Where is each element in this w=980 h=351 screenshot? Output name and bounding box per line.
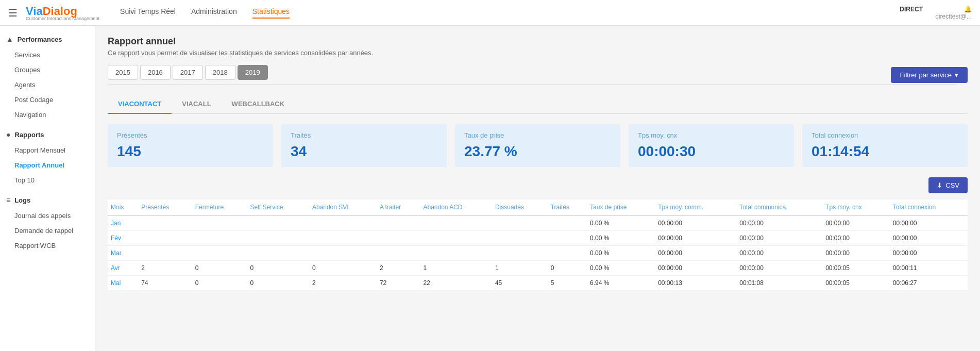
cell-month[interactable]: Avr: [108, 261, 138, 276]
service-tabs: VIACONTACT VIACALL WEBCALLBACK: [108, 95, 968, 114]
top-nav: ☰ ViaDialog Customer Interactions Manage…: [0, 0, 980, 26]
col-traites: Traités: [548, 199, 587, 215]
cell-selfservice: [247, 246, 309, 261]
cell-month[interactable]: Mai: [108, 276, 138, 291]
sidebar-item-journal[interactable]: Journal des appels: [0, 208, 95, 223]
cell-month[interactable]: Jan: [108, 215, 138, 231]
cell-taux: 0.00 %: [587, 246, 655, 261]
stat-card-traites: Traités 34: [281, 124, 447, 167]
stat-value-presentes: 145: [117, 143, 264, 160]
filter-button[interactable]: Filtrer par service ▾: [891, 67, 968, 83]
cell-fermeture: [192, 215, 247, 231]
filter-btn-label: Filtrer par service: [900, 71, 952, 79]
sidebar-logs-header[interactable]: ≡ Logs: [0, 192, 95, 208]
cell-tpscomm: 00:00:13: [655, 276, 736, 291]
cell-taux: 0.00 %: [587, 215, 655, 231]
sidebar-item-rapportwcb[interactable]: Rapport WCB: [0, 238, 95, 253]
top-area: Rapport annuel Ce rapport vous permet de…: [108, 36, 968, 95]
stat-label-traites: Traités: [291, 131, 437, 139]
sidebar-item-top10[interactable]: Top 10: [0, 173, 95, 188]
stat-card-taux: Taux de prise 23.77 %: [455, 124, 620, 167]
stat-card-total-cnx: Total connexion 01:14:54: [802, 124, 968, 167]
data-table: Mois Présentés Fermeture Self Service Ab…: [108, 199, 968, 291]
stat-card-tps-moy: Tps moy. cnx 00:00:30: [629, 124, 794, 167]
cell-presentes: [138, 231, 192, 246]
sidebar-performances-header[interactable]: ▲ Performances: [0, 31, 95, 47]
sidebar-item-services[interactable]: Services: [0, 47, 95, 62]
sidebar-rapports-header[interactable]: ● Rapports: [0, 126, 95, 143]
cell-tpscnx: 00:00:05: [822, 276, 890, 291]
cell-atraiter: 72: [377, 276, 420, 291]
stat-value-traites: 34: [291, 143, 437, 160]
tab-viacall[interactable]: VIACALL: [172, 95, 221, 114]
user-email: directtest@...: [900, 13, 972, 20]
main-nav: Suivi Temps Réel Administration Statisti…: [120, 7, 900, 19]
cell-fermeture: [192, 231, 247, 246]
col-tpscnx: Tps moy. cnx: [822, 199, 890, 215]
table-row: Mar0.00 %00:00:0000:00:0000:00:0000:00:0…: [108, 246, 968, 261]
sidebar-item-rappel[interactable]: Demande de rappel: [0, 223, 95, 238]
sidebar-item-postcodage[interactable]: Post Codage: [0, 92, 95, 107]
stat-card-presentes: Présentés 145: [108, 124, 273, 167]
sidebar-performances-label: Performances: [18, 36, 62, 43]
cell-selfservice: 0: [247, 261, 309, 276]
year-tab-2019[interactable]: 2019: [238, 65, 268, 80]
col-mois: Mois: [108, 199, 138, 215]
cell-tpscomm: 00:00:00: [655, 215, 736, 231]
table-container: Mois Présentés Fermeture Self Service Ab…: [108, 199, 968, 291]
sidebar: ▲ Performances Services Groupes Agents P…: [0, 26, 95, 351]
cell-taux: 6.94 %: [587, 276, 655, 291]
rapports-icon: ●: [6, 130, 10, 139]
tab-viacontact[interactable]: VIACONTACT: [108, 95, 172, 114]
cell-totalcomm: 00:00:00: [736, 231, 822, 246]
year-tab-2015[interactable]: 2015: [108, 65, 138, 80]
year-tab-2016[interactable]: 2016: [140, 65, 171, 80]
cell-totalcnx: 00:00:00: [890, 215, 968, 231]
cell-selfservice: 0: [247, 276, 309, 291]
cell-taux: 0.00 %: [587, 261, 655, 276]
chevron-down-icon: ▾: [955, 71, 958, 79]
sidebar-item-groupes[interactable]: Groupes: [0, 62, 95, 77]
table-row: Mai7400272224556.94 %00:00:1300:01:0800:…: [108, 276, 968, 291]
logo-dialog: Dialog: [43, 5, 77, 18]
hamburger-icon[interactable]: ☰: [8, 7, 18, 19]
cell-abandonsvi: [309, 246, 377, 261]
csv-button[interactable]: ⬇ CSV: [928, 177, 968, 193]
tab-webcallback[interactable]: WEBCALLBACK: [222, 95, 295, 114]
nav-administration[interactable]: Administration: [191, 7, 237, 19]
sidebar-item-navigation[interactable]: Navigation: [0, 107, 95, 122]
cell-tpscomm: 00:00:00: [655, 231, 736, 246]
col-presentes: Présentés: [138, 199, 192, 215]
col-tpscomm: Tps moy. comm.: [655, 199, 736, 215]
cell-traites: [548, 215, 587, 231]
cell-abandonacd: 1: [420, 261, 492, 276]
cell-totalcomm: 00:00:00: [736, 261, 822, 276]
cell-dissuades: [492, 231, 548, 246]
top-area-left: Rapport annuel Ce rapport vous permet de…: [108, 36, 957, 95]
sidebar-item-rapport-mensuel[interactable]: Rapport Mensuel: [0, 143, 95, 158]
cell-totalcomm: 00:00:00: [736, 215, 822, 231]
nav-suivi[interactable]: Suivi Temps Réel: [120, 7, 176, 19]
cell-tpscnx: 00:00:00: [822, 246, 890, 261]
sidebar-item-rapport-annuel[interactable]: Rapport Annuel: [0, 158, 95, 173]
cell-totalcomm: 00:01:08: [736, 276, 822, 291]
nav-statistiques[interactable]: Statistiques: [252, 7, 290, 19]
year-tab-2017[interactable]: 2017: [173, 65, 203, 80]
cell-presentes: [138, 246, 192, 261]
cell-month[interactable]: Mar: [108, 246, 138, 261]
cell-totalcnx: 00:00:11: [890, 261, 968, 276]
cell-totalcnx: 00:06:27: [890, 276, 968, 291]
cell-abandonacd: 22: [420, 276, 492, 291]
user-info: DIRECT 🔔 directtest@...: [900, 6, 972, 20]
cell-abandonsvi: [309, 215, 377, 231]
sidebar-section-logs: ≡ Logs Journal des appels Demande de rap…: [0, 192, 95, 253]
cell-traites: [548, 231, 587, 246]
cell-dissuades: 45: [492, 276, 548, 291]
csv-btn-area: ⬇ CSV: [108, 177, 968, 193]
col-abandonacd: Abandon ACD: [420, 199, 492, 215]
sidebar-item-agents[interactable]: Agents: [0, 77, 95, 92]
year-tab-2018[interactable]: 2018: [205, 65, 235, 80]
col-fermeture: Fermeture: [192, 199, 247, 215]
cell-month[interactable]: Fév: [108, 231, 138, 246]
cell-atraiter: [377, 246, 420, 261]
